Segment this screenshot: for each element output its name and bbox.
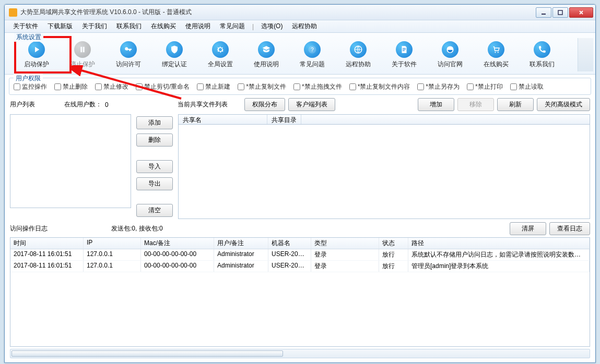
svg-point-8 [498, 52, 499, 53]
menu-about-us[interactable]: 关于我们 [78, 20, 111, 32]
perm-no-copy-content[interactable]: *禁止复制文件内容 [349, 82, 410, 91]
log-col-ip[interactable]: IP [84, 238, 141, 249]
menu-usage[interactable]: 使用说明 [181, 20, 215, 32]
log-col-path[interactable]: 路径 [408, 238, 590, 249]
perm-no-cut-rename[interactable]: 禁止剪切/重命名 [136, 82, 190, 91]
globe-icon [350, 41, 367, 58]
stop-protect-button[interactable]: 停止保护 [64, 40, 101, 70]
menu-download-new[interactable]: 下载新版 [43, 20, 77, 32]
log-packet-stats: 发送包:0, 接收包:0 [111, 224, 163, 233]
log-col-user[interactable]: 用户/备注 [214, 238, 268, 249]
user-list-buttons: 添加 删除 导入 导出 清空 [134, 114, 175, 219]
perm-monitor[interactable]: 监控操作 [14, 82, 47, 91]
remote-assist-button[interactable]: 远程协助 [340, 40, 377, 70]
menubar: 关于软件 下载新版 关于我们 联系我们 在线购买 使用说明 常见问题 | 选项(… [5, 20, 595, 33]
faq-button[interactable]: ?常见问题 [294, 40, 331, 70]
log-col-type[interactable]: 类型 [311, 238, 379, 249]
close-button[interactable] [569, 7, 593, 18]
play-icon [28, 41, 45, 58]
horizontal-scrollbar[interactable] [10, 349, 590, 358]
shield-icon [166, 41, 183, 58]
user-listbox[interactable] [10, 114, 131, 208]
log-title: 访问操作日志 [10, 224, 48, 233]
menu-separator: | [252, 23, 254, 30]
online-users-count: 0 [105, 101, 109, 108]
titlebar[interactable]: 大势至局域网共享文件管理系统 V10.6.0.0 - 试用版 - 普通模式 [5, 5, 595, 20]
app-window: 大势至局域网共享文件管理系统 V10.6.0.0 - 试用版 - 普通模式 关于… [4, 4, 596, 363]
log-col-machine[interactable]: 机器名 [268, 238, 311, 249]
close-advanced-button[interactable]: 关闭高级模式 [537, 98, 590, 111]
log-row-1[interactable]: 2017-08-11 16:01:51 127.0.0.1 00-00-00-0… [10, 261, 590, 272]
key-icon [120, 41, 137, 58]
start-protect-button[interactable]: 启动保护 [18, 40, 55, 70]
question-icon: ? [304, 41, 321, 58]
perm-group-label: 用户权限 [14, 74, 43, 83]
perm-no-create[interactable]: 禁止新建 [197, 82, 230, 91]
online-users-label: 在线用户数： [64, 100, 102, 109]
svg-point-7 [495, 52, 496, 53]
contact-us-button[interactable]: 联系我们 [524, 40, 560, 70]
perm-no-delete[interactable]: 禁止删除 [54, 82, 88, 91]
toolbar-decor [578, 38, 593, 71]
mid-controls-row: 用户列表 在线用户数： 0 当前共享文件列表 权限分布 客户端列表 增加 移除 … [5, 96, 595, 112]
global-settings-button[interactable]: 全局设置 [202, 40, 239, 70]
svg-rect-0 [542, 14, 546, 15]
perm-distribution-button[interactable]: 权限分布 [244, 98, 285, 111]
scrollbar-thumb[interactable] [11, 350, 283, 357]
buy-online-button[interactable]: 在线购买 [478, 40, 514, 70]
ie-icon [442, 41, 458, 58]
sharelist-label: 当前共享文件列表 [178, 100, 228, 109]
share-remove-button[interactable]: 移除 [457, 98, 494, 111]
client-list-button[interactable]: 客户端列表 [288, 98, 335, 111]
toolbar: 启动保护 停止保护 访问许可 绑定认证 全局设置 使用说明 ?常见问题 远程协助… [6, 35, 594, 73]
user-delete-button[interactable]: 删除 [136, 134, 173, 147]
main-lists-row: 添加 删除 导入 导出 清空 共享名 共享目录 [5, 112, 595, 219]
window-title: 大势至局域网共享文件管理系统 V10.6.0.0 - 试用版 - 普通模式 [20, 8, 536, 17]
about-software-button[interactable]: 关于软件 [386, 40, 422, 70]
document-icon [396, 41, 413, 58]
perm-no-saveas[interactable]: *禁止另存为 [417, 82, 460, 91]
minimize-button[interactable] [536, 7, 551, 18]
log-col-time[interactable]: 时间 [10, 238, 84, 249]
user-import-button[interactable]: 导入 [136, 160, 173, 173]
log-header-row: 时间 IP Mac/备注 用户/备注 机器名 类型 状态 路径 [10, 238, 590, 249]
menu-remote-assist[interactable]: 远程协助 [288, 20, 321, 32]
log-controls-row: 访问操作日志 发送包:0, 接收包:0 清屏 查看日志 [5, 219, 595, 236]
log-view-button[interactable]: 查看日志 [549, 222, 590, 235]
share-col-dir[interactable]: 共享目录 [267, 115, 301, 124]
user-add-button[interactable]: 添加 [136, 116, 173, 129]
access-permit-button[interactable]: 访问许可 [110, 40, 147, 70]
visit-website-button[interactable]: 访问官网 [432, 40, 468, 70]
gear-icon [212, 41, 229, 58]
user-export-button[interactable]: 导出 [136, 177, 173, 190]
log-table: 时间 IP Mac/备注 用户/备注 机器名 类型 状态 路径 2017-08-… [10, 237, 590, 347]
log-row-0[interactable]: 2017-08-11 16:01:51 127.0.0.1 00-00-00-0… [10, 249, 590, 261]
bind-auth-button[interactable]: 绑定认证 [156, 40, 193, 70]
perm-no-drag[interactable]: *禁止拖拽文件 [293, 82, 342, 91]
usage-button[interactable]: 使用说明 [248, 40, 285, 70]
perm-no-read[interactable]: 禁止读取 [510, 82, 544, 91]
log-col-status[interactable]: 状态 [379, 238, 408, 249]
share-pane: 共享名 共享目录 [178, 114, 590, 219]
menu-contact-us[interactable]: 联系我们 [112, 20, 146, 32]
share-col-name[interactable]: 共享名 [179, 115, 267, 124]
pause-icon [74, 41, 91, 58]
perm-no-modify[interactable]: 禁止修改 [95, 82, 128, 91]
menu-buy-online[interactable]: 在线购买 [147, 20, 180, 32]
maximize-button[interactable] [552, 7, 568, 18]
app-icon [9, 8, 17, 17]
menu-faq[interactable]: 常见问题 [216, 20, 249, 32]
log-clear-button[interactable]: 清屏 [510, 222, 546, 235]
perm-no-copy-file[interactable]: *禁止复制文件 [238, 82, 286, 91]
user-clear-button[interactable]: 清空 [136, 204, 173, 217]
log-col-mac[interactable]: Mac/备注 [141, 238, 214, 249]
menu-options[interactable]: 选项(O) [257, 20, 287, 32]
share-list-body[interactable] [178, 125, 590, 219]
share-refresh-button[interactable]: 刷新 [497, 98, 534, 111]
menu-about-software[interactable]: 关于软件 [9, 20, 42, 32]
toolbar-container: 系统设置 启动保护 停止保护 访问许可 绑定认证 全局设置 使用说明 ?常见问题… [5, 33, 595, 75]
toolbar-group-label: 系统设置 [14, 33, 43, 42]
share-add-button[interactable]: 增加 [418, 98, 454, 111]
svg-text:?: ? [311, 46, 314, 53]
perm-no-print[interactable]: *禁止打印 [467, 82, 503, 91]
